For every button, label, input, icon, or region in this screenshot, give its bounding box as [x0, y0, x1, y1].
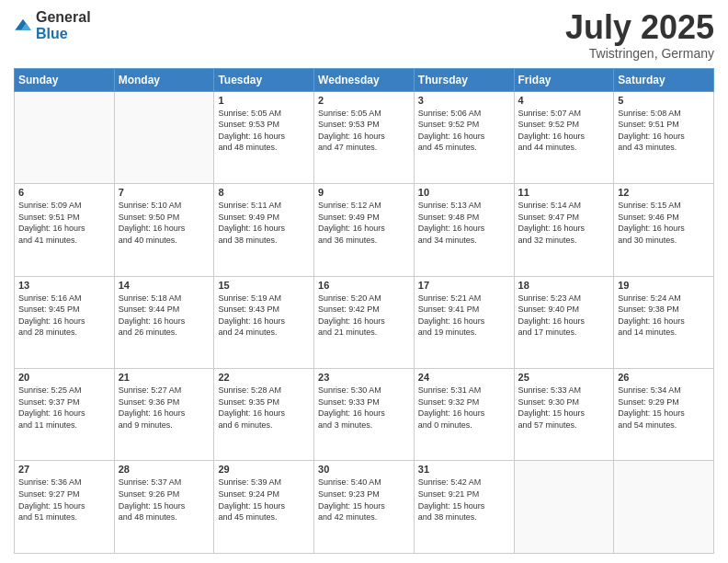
day-info: Sunrise: 5:34 AM Sunset: 9:29 PM Dayligh…	[618, 385, 710, 431]
day-info: Sunrise: 5:28 AM Sunset: 9:35 PM Dayligh…	[218, 385, 310, 431]
day-number: 15	[218, 280, 310, 291]
day-info: Sunrise: 5:40 AM Sunset: 9:23 PM Dayligh…	[318, 477, 410, 523]
day-number: 26	[618, 372, 710, 383]
logo-blue: Blue	[36, 26, 68, 41]
day-info: Sunrise: 5:19 AM Sunset: 9:43 PM Dayligh…	[218, 293, 310, 339]
calendar-cell: 21Sunrise: 5:27 AM Sunset: 9:36 PM Dayli…	[114, 369, 214, 461]
page: General Blue July 2025 Twistringen, Germ…	[0, 0, 728, 563]
day-info: Sunrise: 5:33 AM Sunset: 9:30 PM Dayligh…	[518, 385, 610, 431]
calendar-cell: 8Sunrise: 5:11 AM Sunset: 9:49 PM Daylig…	[214, 184, 314, 276]
calendar-cell: 31Sunrise: 5:42 AM Sunset: 9:21 PM Dayli…	[414, 461, 514, 554]
day-number: 5	[618, 95, 710, 106]
day-number: 18	[518, 280, 610, 291]
calendar-cell: 15Sunrise: 5:19 AM Sunset: 9:43 PM Dayli…	[214, 276, 314, 368]
calendar-week-3: 13Sunrise: 5:16 AM Sunset: 9:45 PM Dayli…	[15, 276, 714, 368]
header-monday: Monday	[114, 68, 214, 91]
day-number: 16	[318, 280, 410, 291]
day-info: Sunrise: 5:12 AM Sunset: 9:49 PM Dayligh…	[318, 200, 410, 246]
day-info: Sunrise: 5:09 AM Sunset: 9:51 PM Dayligh…	[18, 200, 110, 246]
calendar-table: Sunday Monday Tuesday Wednesday Thursday…	[14, 68, 714, 554]
calendar-cell: 18Sunrise: 5:23 AM Sunset: 9:40 PM Dayli…	[514, 276, 614, 368]
day-number: 24	[418, 372, 510, 383]
day-info: Sunrise: 5:18 AM Sunset: 9:44 PM Dayligh…	[119, 293, 210, 339]
calendar-cell	[614, 461, 714, 554]
day-info: Sunrise: 5:08 AM Sunset: 9:51 PM Dayligh…	[618, 108, 710, 154]
calendar-cell: 6Sunrise: 5:09 AM Sunset: 9:51 PM Daylig…	[15, 184, 115, 276]
header: General Blue July 2025 Twistringen, Germ…	[14, 9, 714, 61]
day-info: Sunrise: 5:31 AM Sunset: 9:32 PM Dayligh…	[418, 385, 510, 431]
day-number: 31	[418, 464, 510, 475]
day-number: 30	[318, 464, 410, 475]
day-number: 12	[618, 187, 710, 198]
calendar-week-1: 1Sunrise: 5:05 AM Sunset: 9:53 PM Daylig…	[15, 91, 714, 183]
header-saturday: Saturday	[614, 68, 714, 91]
calendar-cell: 2Sunrise: 5:05 AM Sunset: 9:53 PM Daylig…	[314, 91, 415, 183]
day-number: 2	[318, 95, 410, 106]
calendar-cell: 17Sunrise: 5:21 AM Sunset: 9:41 PM Dayli…	[414, 276, 514, 368]
day-info: Sunrise: 5:37 AM Sunset: 9:26 PM Dayligh…	[119, 477, 210, 523]
calendar-cell: 12Sunrise: 5:15 AM Sunset: 9:46 PM Dayli…	[614, 184, 714, 276]
day-info: Sunrise: 5:05 AM Sunset: 9:53 PM Dayligh…	[218, 108, 310, 154]
day-info: Sunrise: 5:42 AM Sunset: 9:21 PM Dayligh…	[418, 477, 510, 523]
day-number: 8	[218, 187, 310, 198]
day-number: 4	[518, 95, 610, 106]
calendar-cell: 19Sunrise: 5:24 AM Sunset: 9:38 PM Dayli…	[614, 276, 714, 368]
day-info: Sunrise: 5:24 AM Sunset: 9:38 PM Dayligh…	[618, 293, 710, 339]
calendar-week-2: 6Sunrise: 5:09 AM Sunset: 9:51 PM Daylig…	[15, 184, 714, 276]
calendar-cell: 3Sunrise: 5:06 AM Sunset: 9:52 PM Daylig…	[414, 91, 514, 183]
calendar-cell: 10Sunrise: 5:13 AM Sunset: 9:48 PM Dayli…	[414, 184, 514, 276]
day-number: 29	[218, 464, 310, 475]
day-info: Sunrise: 5:05 AM Sunset: 9:53 PM Dayligh…	[318, 108, 410, 154]
calendar-cell: 16Sunrise: 5:20 AM Sunset: 9:42 PM Dayli…	[314, 276, 415, 368]
logo: General Blue	[14, 9, 91, 42]
calendar-cell: 20Sunrise: 5:25 AM Sunset: 9:37 PM Dayli…	[15, 369, 115, 461]
calendar-cell: 4Sunrise: 5:07 AM Sunset: 9:52 PM Daylig…	[514, 91, 614, 183]
day-info: Sunrise: 5:36 AM Sunset: 9:27 PM Dayligh…	[18, 477, 110, 523]
day-info: Sunrise: 5:06 AM Sunset: 9:52 PM Dayligh…	[418, 108, 510, 154]
day-info: Sunrise: 5:20 AM Sunset: 9:42 PM Dayligh…	[318, 293, 410, 339]
calendar-cell: 28Sunrise: 5:37 AM Sunset: 9:26 PM Dayli…	[114, 461, 214, 554]
calendar-cell: 24Sunrise: 5:31 AM Sunset: 9:32 PM Dayli…	[414, 369, 514, 461]
header-sunday: Sunday	[15, 68, 115, 91]
day-info: Sunrise: 5:21 AM Sunset: 9:41 PM Dayligh…	[418, 293, 510, 339]
calendar-cell	[514, 461, 614, 554]
day-number: 10	[418, 187, 510, 198]
logo-general: General	[36, 9, 91, 25]
calendar-cell: 11Sunrise: 5:14 AM Sunset: 9:47 PM Dayli…	[514, 184, 614, 276]
calendar-cell	[15, 91, 115, 183]
calendar-cell: 26Sunrise: 5:34 AM Sunset: 9:29 PM Dayli…	[614, 369, 714, 461]
day-number: 20	[18, 372, 110, 383]
calendar-cell: 9Sunrise: 5:12 AM Sunset: 9:49 PM Daylig…	[314, 184, 415, 276]
logo-icon	[14, 17, 32, 35]
day-info: Sunrise: 5:07 AM Sunset: 9:52 PM Dayligh…	[518, 108, 610, 154]
day-info: Sunrise: 5:16 AM Sunset: 9:45 PM Dayligh…	[18, 293, 110, 339]
day-info: Sunrise: 5:11 AM Sunset: 9:49 PM Dayligh…	[218, 200, 310, 246]
day-number: 7	[119, 187, 210, 198]
day-number: 28	[119, 464, 210, 475]
day-number: 3	[418, 95, 510, 106]
calendar-cell: 25Sunrise: 5:33 AM Sunset: 9:30 PM Dayli…	[514, 369, 614, 461]
calendar-cell: 27Sunrise: 5:36 AM Sunset: 9:27 PM Dayli…	[15, 461, 115, 554]
calendar-cell: 13Sunrise: 5:16 AM Sunset: 9:45 PM Dayli…	[15, 276, 115, 368]
day-info: Sunrise: 5:14 AM Sunset: 9:47 PM Dayligh…	[518, 200, 610, 246]
day-number: 19	[618, 280, 710, 291]
calendar-cell: 5Sunrise: 5:08 AM Sunset: 9:51 PM Daylig…	[614, 91, 714, 183]
calendar-cell: 1Sunrise: 5:05 AM Sunset: 9:53 PM Daylig…	[214, 91, 314, 183]
day-number: 6	[18, 187, 110, 198]
day-info: Sunrise: 5:30 AM Sunset: 9:33 PM Dayligh…	[318, 385, 410, 431]
day-info: Sunrise: 5:27 AM Sunset: 9:36 PM Dayligh…	[119, 385, 210, 431]
calendar-cell: 7Sunrise: 5:10 AM Sunset: 9:50 PM Daylig…	[114, 184, 214, 276]
calendar-cell	[114, 91, 214, 183]
calendar-cell: 14Sunrise: 5:18 AM Sunset: 9:44 PM Dayli…	[114, 276, 214, 368]
day-number: 21	[119, 372, 210, 383]
day-number: 14	[119, 280, 210, 291]
location: Twistringen, Germany	[565, 46, 714, 61]
header-thursday: Thursday	[414, 68, 514, 91]
day-info: Sunrise: 5:10 AM Sunset: 9:50 PM Dayligh…	[119, 200, 210, 246]
day-info: Sunrise: 5:23 AM Sunset: 9:40 PM Dayligh…	[518, 293, 610, 339]
calendar-cell: 22Sunrise: 5:28 AM Sunset: 9:35 PM Dayli…	[214, 369, 314, 461]
weekday-header-row: Sunday Monday Tuesday Wednesday Thursday…	[15, 68, 714, 91]
day-number: 9	[318, 187, 410, 198]
day-number: 25	[518, 372, 610, 383]
day-info: Sunrise: 5:15 AM Sunset: 9:46 PM Dayligh…	[618, 200, 710, 246]
